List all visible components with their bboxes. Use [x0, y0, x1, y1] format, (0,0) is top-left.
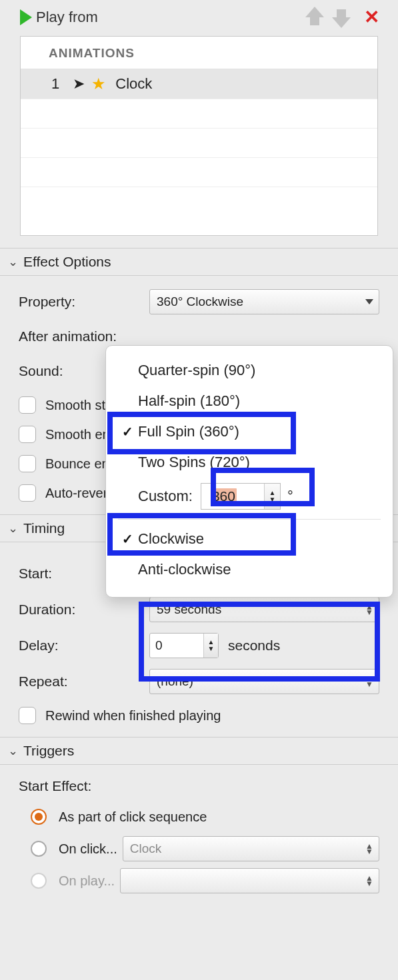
- animation-index: 1: [51, 75, 59, 93]
- chevron-down-icon: ⌄: [8, 521, 18, 536]
- dropdown-caret-icon: [365, 299, 373, 304]
- custom-unit: °: [287, 488, 293, 505]
- animations-list: ANIMATIONS 1 ➤ ★ Clock: [20, 36, 378, 236]
- stepper-chevrons-icon: ▲▼: [365, 604, 373, 615]
- onclick-cursor-icon: ➤: [73, 77, 85, 91]
- property-popover: Quarter-spin (90°) Half-spin (180°) ✓ Fu…: [105, 345, 393, 598]
- popover-item-label: Quarter-spin (90°): [138, 362, 382, 379]
- section-title: Timing: [23, 520, 65, 536]
- popover-item-label: Half-spin (180°): [138, 392, 382, 410]
- animation-item[interactable]: 1 ➤ ★ Clock: [21, 69, 377, 99]
- after-animation-label: After animation:: [19, 328, 149, 344]
- duration-dropdown[interactable]: 59 seconds ▲▼: [149, 597, 379, 622]
- move-down-icon: [333, 8, 349, 27]
- popover-custom-row: Custom: 360 ▲▼ °: [106, 478, 393, 515]
- delay-label: Delay:: [19, 638, 149, 654]
- repeat-value: (none): [157, 674, 193, 689]
- smooth-end-checkbox[interactable]: [19, 426, 36, 443]
- rewind-checkbox[interactable]: [19, 707, 36, 724]
- custom-label: Custom:: [138, 488, 193, 505]
- popover-item-label: Clockwise: [138, 530, 382, 548]
- check-icon: ✓: [122, 424, 138, 440]
- popover-item-full-spin[interactable]: ✓ Full Spin (360°): [106, 416, 393, 447]
- popover-item-clockwise[interactable]: ✓ Clockwise: [106, 524, 393, 554]
- popover-item-label: Anti-clockwise: [138, 561, 382, 578]
- custom-angle-stepper[interactable]: 360 ▲▼: [201, 483, 281, 510]
- popover-item-label: Two Spins (720°): [138, 454, 382, 471]
- radio-click-sequence-label: As part of click sequence: [59, 809, 207, 825]
- animations-header: ANIMATIONS: [21, 37, 377, 69]
- on-play-target-dropdown: ▲▼: [120, 868, 379, 893]
- move-up-icon: [307, 8, 323, 27]
- radio-on-click-label: On click...: [59, 841, 117, 857]
- empty-row: [21, 187, 377, 216]
- popover-item-half-spin[interactable]: Half-spin (180°): [106, 386, 393, 416]
- play-from-label[interactable]: Play from: [36, 9, 98, 26]
- auto-reverse-checkbox[interactable]: [19, 484, 36, 502]
- triggers-header[interactable]: ⌄ Triggers: [0, 737, 398, 765]
- radio-on-click[interactable]: [31, 841, 47, 857]
- stepper-chevrons-icon: ▲▼: [365, 875, 373, 886]
- duration-label: Duration:: [19, 602, 149, 618]
- repeat-dropdown[interactable]: (none) ▲▼: [149, 669, 379, 694]
- stepper-buttons-icon[interactable]: ▲▼: [264, 484, 280, 509]
- stepper-chevrons-icon: ▲▼: [365, 676, 373, 687]
- effect-options-header[interactable]: ⌄ Effect Options: [0, 248, 398, 276]
- animation-toolbar: Play from ✕: [0, 0, 398, 33]
- radio-click-sequence[interactable]: [31, 809, 47, 825]
- chevron-down-icon: ⌄: [8, 254, 18, 269]
- radio-on-play-label: On play...: [59, 873, 115, 889]
- bounce-end-checkbox[interactable]: [19, 455, 36, 472]
- animation-name: Clock: [115, 75, 152, 93]
- section-title: Triggers: [23, 743, 74, 759]
- delay-stepper[interactable]: 0 ▲▼: [149, 633, 219, 658]
- delay-value: 0: [155, 638, 163, 653]
- popover-item-label: Full Spin (360°): [138, 423, 382, 440]
- property-value: 360° Clockwise: [157, 294, 243, 309]
- chevron-down-icon: ⌄: [8, 743, 18, 758]
- popover-item-quarter-spin[interactable]: Quarter-spin (90°): [106, 355, 393, 386]
- popover-item-anticlockwise[interactable]: Anti-clockwise: [106, 554, 393, 585]
- stepper-buttons-icon[interactable]: ▲▼: [203, 634, 218, 658]
- on-click-target-value: Clock: [130, 841, 162, 856]
- empty-row: [21, 157, 377, 187]
- remove-icon[interactable]: ✕: [364, 8, 379, 27]
- delay-unit: seconds: [228, 638, 280, 654]
- popover-divider: [118, 519, 381, 520]
- empty-row: [21, 128, 377, 157]
- triggers-body: Start Effect: As part of click sequence …: [0, 765, 398, 903]
- check-icon: ✓: [122, 531, 138, 547]
- property-dropdown[interactable]: 360° Clockwise: [149, 289, 379, 314]
- radio-on-play: [31, 873, 47, 889]
- emphasis-star-icon: ★: [91, 75, 106, 93]
- empty-row: [21, 99, 377, 128]
- custom-angle-value: 360: [211, 488, 237, 504]
- repeat-label: Repeat:: [19, 674, 149, 690]
- duration-value: 59 seconds: [157, 602, 221, 617]
- stepper-chevrons-icon: ▲▼: [365, 843, 373, 854]
- property-label: Property:: [19, 294, 149, 310]
- section-title: Effect Options: [23, 254, 111, 270]
- rewind-label: Rewind when finished playing: [45, 708, 221, 724]
- start-effect-label: Start Effect:: [19, 778, 379, 794]
- smooth-start-checkbox[interactable]: [19, 396, 36, 414]
- on-click-target-dropdown: Clock ▲▼: [123, 836, 379, 861]
- play-icon[interactable]: [20, 9, 32, 25]
- popover-item-two-spins[interactable]: Two Spins (720°): [106, 447, 393, 478]
